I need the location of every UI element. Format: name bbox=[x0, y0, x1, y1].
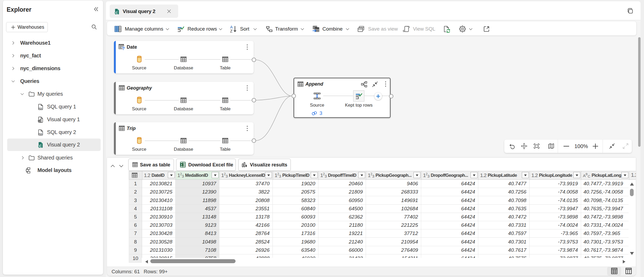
svg-text:Z: Z bbox=[230, 29, 233, 33]
svg-text:X: X bbox=[181, 163, 182, 166]
svg-text:SQL: SQL bbox=[39, 107, 43, 110]
svg-text:SQL: SQL bbox=[39, 133, 43, 135]
svg-text:?: ? bbox=[122, 46, 125, 50]
